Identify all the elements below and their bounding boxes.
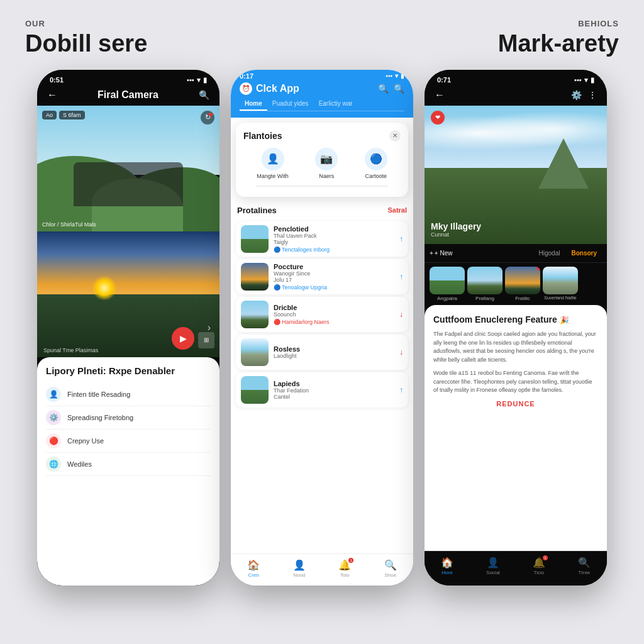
phone1-photo-top: Ao S 6fam ↻ ♥ Chlor / ShirlaTul Mals	[37, 106, 219, 231]
phone2-status: 0:17 ▪▪▪ ▾ ▮	[240, 72, 404, 80]
expand-icon[interactable]: ›	[208, 322, 211, 333]
phone1-time: 0:51	[50, 76, 64, 84]
back3-icon[interactable]: ←	[435, 89, 445, 101]
search-icon-3[interactable]: 🔍	[394, 84, 404, 94]
thumb-4[interactable]: Suverland Nafile	[543, 267, 578, 301]
feature-item-2[interactable]: 📷 Naers	[315, 148, 338, 179]
read-more-button[interactable]: REDUNCE	[433, 400, 598, 408]
profile-info-4: Rosless Laodlight	[274, 345, 394, 359]
wifi-icon: ▾	[197, 76, 201, 84]
thumb-img-1	[430, 267, 465, 294]
phone3-status-icons: ▪▪▪ ▾ ▮	[574, 76, 594, 84]
nav-item-nood[interactable]: 👤 Nood	[293, 559, 306, 578]
article-emoji: 🎉	[560, 316, 569, 325]
nav-home-icon: 🏠	[247, 559, 260, 571]
phone-3: 0:71 ▪▪▪ ▾ ▮ ← ⚙️ ⋮	[425, 70, 607, 586]
article-text-2: Wode tile a1S 11 reobol bu Fenting Canom…	[433, 369, 598, 395]
nav3-ticio[interactable]: 🔔1 Ticio	[533, 557, 545, 575]
nav3-tiree[interactable]: 🔍 TIree	[578, 557, 591, 575]
nav3-home[interactable]: 🏠 Hore	[441, 557, 453, 575]
phone2-time: 0:17	[240, 72, 253, 80]
gear-icon[interactable]: ⚙️	[571, 90, 582, 100]
profile-info-2: Poccture Wanogir Since Jolu 17 🔵Tenoalog…	[274, 263, 394, 291]
profile-thumb-5	[241, 376, 269, 404]
feature-icon-people: 👤	[262, 148, 284, 170]
profile-item-1[interactable]: Penclotied Thal Uaven Pack Taigly 🔵Tenct…	[236, 221, 408, 257]
signal3-icon: ▪▪▪	[574, 76, 582, 84]
thumb-2[interactable]: Pratlang	[467, 267, 502, 301]
article-text-1: The Fadpel and clnic Soopi caeled agion …	[433, 330, 598, 364]
profile-info-5: Lapieds Thar Fedation Cantel	[274, 380, 394, 400]
back-icon[interactable]: ←	[47, 89, 57, 101]
feature-icons-row: 👤 Mangte With 📷 Naers 🔵 Cartoote	[243, 148, 401, 179]
cat-tab-bonsory[interactable]: Bonsory	[566, 248, 602, 258]
thumb-label-4: Suverland Nafile	[544, 296, 576, 300]
profile-badge-1: 🔵Tenctaloges Inborg	[274, 247, 394, 253]
header-right-title: Mark-arety	[322, 31, 619, 57]
thumb-3[interactable]: Fratilic	[505, 267, 540, 301]
list-item-3: 🔴 Crepny Use	[46, 430, 211, 453]
nav-item-cren[interactable]: 🏠 Cren	[247, 559, 260, 578]
article-title: Cuttfoom Enuclereng Feature 🎉	[433, 314, 598, 326]
profile-item-2[interactable]: Poccture Wanogir Since Jolu 17 🔵Tenoalog…	[236, 259, 408, 294]
tab-puadut[interactable]: Puadut yides	[267, 97, 314, 111]
profile-item-5[interactable]: Lapieds Thar Fedation Cantel ↑	[236, 372, 408, 408]
tab-home[interactable]: Home	[240, 97, 267, 111]
nav3-social-icon: 👤	[487, 557, 499, 569]
app-icon: ⏰	[240, 82, 252, 95]
tag-2: S 6fam	[59, 111, 85, 119]
profile-badge-2: 🔵Tenoalogw Upgria	[274, 284, 394, 291]
nav3-bell-icon: 🔔1	[533, 557, 545, 569]
profiles-header: Protalines Satral	[231, 202, 413, 219]
profile-item-3[interactable]: Dricble Soounch 🔴Hamidarlorg Naers ↓	[236, 297, 408, 332]
nav-item-shoe[interactable]: 🔍 Shoe	[384, 559, 397, 578]
thumb-label-2: Pratlang	[475, 296, 494, 301]
red-dot	[536, 267, 540, 270]
sunset-label: Spunal Tme Plasimas	[43, 347, 98, 353]
heart-icon[interactable]: ♥	[208, 109, 213, 119]
phone2-bottom-nav: 🏠 Cren 👤 Nood 🔔1 Tolo 🔍 Shoe	[231, 553, 413, 586]
phone1-list-title: Lipory Plneti: Rxpe Denabler	[46, 365, 211, 377]
search-icon[interactable]: 🔍	[199, 90, 209, 100]
tab-earlictiy[interactable]: Earlictiy war	[314, 97, 358, 111]
see-all-link[interactable]: Satral	[387, 206, 407, 214]
feature-icon-camera: 📷	[315, 148, 338, 170]
play-button[interactable]: ▶	[172, 327, 194, 350]
add-button[interactable]: + + New	[430, 248, 452, 258]
feature-dialog: Flantoies ✕ 👤 Mangte With 📷 Naers 🔵 Cart…	[236, 123, 408, 197]
nav-nood-label: Nood	[293, 572, 305, 578]
cat-tab-higodal[interactable]: Higodal	[534, 248, 565, 258]
phone3-sub: Cunnat	[431, 231, 481, 238]
list-text-4: Wediles	[67, 460, 92, 468]
app-name-row: ⏰ Clck App	[240, 82, 299, 95]
profile-info-1: Penclotied Thal Uaven Pack Taigly 🔵Tenct…	[274, 225, 394, 253]
nav-item-tolo[interactable]: 🔔1 Tolo	[338, 559, 351, 578]
battery-icon: ▮	[203, 76, 207, 84]
phone3-overlay: Mky Illagery Cunnat	[431, 221, 481, 238]
thumbs-row: Angpaira Pratlang Fratilic Suverland Naf…	[425, 263, 607, 305]
red-badge: ❤	[431, 111, 445, 125]
nav-shoe-label: Shoe	[384, 572, 396, 578]
profile-item-4[interactable]: Rosless Laodlight ↓	[236, 335, 408, 370]
feature-item-3[interactable]: 🔵 Cartoote	[365, 148, 387, 179]
nav3-search-icon: 🔍	[578, 557, 591, 569]
phone2-search-icons: 🔍 🔍	[378, 84, 404, 94]
feature-item-1[interactable]: 👤 Mangte With	[257, 148, 289, 179]
thumb-img-3	[505, 267, 540, 294]
wifi3-icon: ▾	[584, 76, 588, 84]
feature-label-3: Cartoote	[365, 173, 387, 179]
phone2-topbar: 0:17 ▪▪▪ ▾ ▮ ⏰ Clck App 🔍 🔍	[231, 70, 413, 118]
profile-arrow-2: ↑	[399, 272, 403, 281]
close-button[interactable]: ✕	[389, 130, 401, 142]
dialog-header: Flantoies ✕	[243, 130, 401, 142]
grid-icon[interactable]: ⊞	[198, 332, 214, 348]
battery2-icon: ▮	[401, 72, 404, 79]
signal2-icon: ▪▪▪	[386, 72, 392, 79]
phone3-time: 0:71	[437, 76, 451, 84]
mtn-peak	[538, 138, 589, 189]
more-icon[interactable]: ⋮	[588, 90, 597, 100]
search-icon-2[interactable]: 🔍	[378, 84, 389, 94]
nav3-social[interactable]: 👤 Social	[486, 557, 500, 575]
profile-sub1-1: Thal Uaven Pack	[274, 233, 394, 239]
thumb-1[interactable]: Angpaira	[430, 267, 465, 301]
